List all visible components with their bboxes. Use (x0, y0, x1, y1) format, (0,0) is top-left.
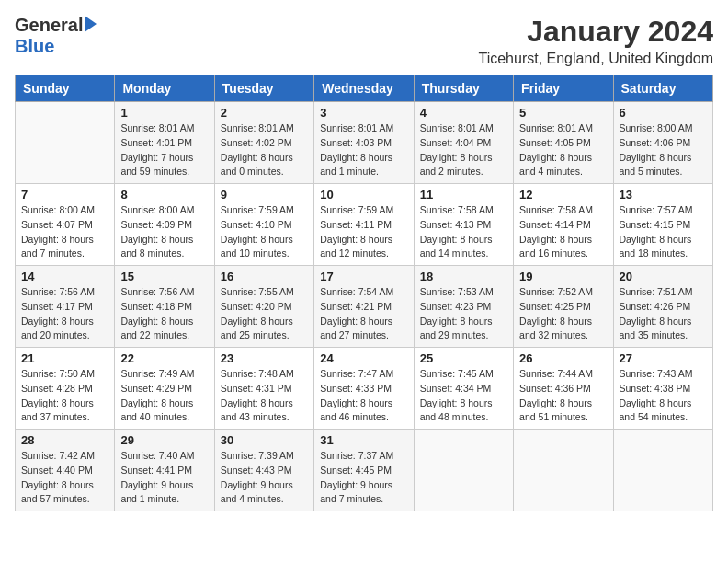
table-row: 30Sunrise: 7:39 AMSunset: 4:43 PMDayligh… (214, 430, 313, 511)
calendar-table: Sunday Monday Tuesday Wednesday Thursday… (15, 75, 713, 511)
day-info: Sunrise: 7:59 AMSunset: 4:10 PMDaylight:… (221, 203, 308, 261)
table-row: 9Sunrise: 7:59 AMSunset: 4:10 PMDaylight… (214, 184, 313, 266)
table-row: 13Sunrise: 7:57 AMSunset: 4:15 PMDayligh… (613, 184, 712, 266)
table-row: 19Sunrise: 7:52 AMSunset: 4:25 PMDayligh… (514, 266, 613, 348)
day-info: Sunrise: 7:56 AMSunset: 4:17 PMDaylight:… (21, 285, 108, 343)
table-row: 11Sunrise: 7:58 AMSunset: 4:13 PMDayligh… (414, 184, 513, 266)
day-number: 30 (221, 433, 308, 447)
day-info: Sunrise: 7:40 AMSunset: 4:41 PMDaylight:… (120, 449, 208, 507)
day-info: Sunrise: 8:00 AMSunset: 4:09 PMDaylight:… (120, 203, 208, 261)
header-friday: Friday (514, 75, 613, 102)
table-row: 20Sunrise: 7:51 AMSunset: 4:26 PMDayligh… (613, 266, 712, 348)
table-row: 23Sunrise: 7:48 AMSunset: 4:31 PMDayligh… (214, 348, 313, 430)
table-row: 31Sunrise: 7:37 AMSunset: 4:45 PMDayligh… (314, 430, 414, 511)
day-number: 19 (519, 270, 607, 283)
day-info: Sunrise: 8:01 AMSunset: 4:03 PMDaylight:… (320, 121, 407, 179)
day-number: 29 (120, 433, 208, 447)
table-row: 10Sunrise: 7:59 AMSunset: 4:11 PMDayligh… (314, 184, 414, 266)
header-sunday: Sunday (16, 75, 115, 102)
logo-general-text: General (15, 15, 83, 36)
day-number: 31 (320, 433, 407, 447)
day-number: 16 (221, 270, 308, 283)
day-info: Sunrise: 8:00 AMSunset: 4:06 PMDaylight:… (620, 121, 707, 179)
logo-blue-text: Blue (15, 36, 54, 56)
day-info: Sunrise: 7:48 AMSunset: 4:31 PMDaylight:… (221, 367, 308, 425)
day-info: Sunrise: 7:59 AMSunset: 4:11 PMDaylight:… (320, 203, 407, 261)
day-number: 23 (221, 351, 308, 365)
day-info: Sunrise: 7:45 AMSunset: 4:34 PMDaylight:… (420, 367, 507, 425)
calendar-week-row: 14Sunrise: 7:56 AMSunset: 4:17 PMDayligh… (16, 266, 713, 348)
day-info: Sunrise: 7:55 AMSunset: 4:20 PMDaylight:… (221, 285, 308, 343)
header-thursday: Thursday (414, 75, 513, 102)
table-row: 29Sunrise: 7:40 AMSunset: 4:41 PMDayligh… (115, 430, 214, 511)
day-info: Sunrise: 7:37 AMSunset: 4:45 PMDaylight:… (320, 449, 407, 507)
day-info: Sunrise: 7:44 AMSunset: 4:36 PMDaylight:… (519, 367, 607, 425)
day-number: 18 (420, 270, 507, 283)
table-row (514, 430, 613, 511)
day-info: Sunrise: 7:52 AMSunset: 4:25 PMDaylight:… (519, 285, 607, 343)
day-info: Sunrise: 7:50 AMSunset: 4:28 PMDaylight:… (21, 367, 108, 425)
table-row: 17Sunrise: 7:54 AMSunset: 4:21 PMDayligh… (314, 266, 414, 348)
logo-arrow-icon (85, 16, 97, 32)
table-row: 27Sunrise: 7:43 AMSunset: 4:38 PMDayligh… (613, 348, 712, 430)
table-row: 8Sunrise: 8:00 AMSunset: 4:09 PMDaylight… (115, 184, 214, 266)
table-row (613, 430, 712, 511)
table-row: 18Sunrise: 7:53 AMSunset: 4:23 PMDayligh… (414, 266, 513, 348)
header-tuesday: Tuesday (214, 75, 313, 102)
day-number: 3 (320, 106, 407, 120)
table-row: 3Sunrise: 8:01 AMSunset: 4:03 PMDaylight… (314, 102, 414, 184)
day-info: Sunrise: 8:01 AMSunset: 4:05 PMDaylight:… (519, 121, 607, 179)
day-info: Sunrise: 7:54 AMSunset: 4:21 PMDaylight:… (320, 285, 407, 343)
day-number: 14 (21, 270, 108, 283)
header-monday: Monday (115, 75, 214, 102)
day-number: 21 (21, 351, 108, 365)
day-number: 6 (620, 106, 707, 120)
day-info: Sunrise: 8:01 AMSunset: 4:04 PMDaylight:… (420, 121, 507, 179)
day-number: 9 (221, 188, 308, 201)
table-row: 15Sunrise: 7:56 AMSunset: 4:18 PMDayligh… (115, 266, 214, 348)
table-row (16, 102, 115, 184)
day-number: 25 (420, 351, 507, 365)
day-number: 15 (120, 270, 208, 283)
location-title: Ticehurst, England, United Kingdom (478, 51, 713, 67)
day-number: 12 (519, 188, 607, 201)
day-info: Sunrise: 7:53 AMSunset: 4:23 PMDaylight:… (420, 285, 507, 343)
table-row: 28Sunrise: 7:42 AMSunset: 4:40 PMDayligh… (16, 430, 115, 511)
day-number: 28 (21, 433, 108, 447)
day-number: 26 (519, 351, 607, 365)
day-number: 5 (519, 106, 607, 120)
day-info: Sunrise: 7:51 AMSunset: 4:26 PMDaylight:… (620, 285, 707, 343)
day-info: Sunrise: 7:47 AMSunset: 4:33 PMDaylight:… (320, 367, 407, 425)
calendar-header-row: Sunday Monday Tuesday Wednesday Thursday… (16, 75, 713, 102)
table-row: 7Sunrise: 8:00 AMSunset: 4:07 PMDaylight… (16, 184, 115, 266)
day-info: Sunrise: 7:57 AMSunset: 4:15 PMDaylight:… (620, 203, 707, 261)
day-number: 13 (620, 188, 707, 201)
table-row: 4Sunrise: 8:01 AMSunset: 4:04 PMDaylight… (414, 102, 513, 184)
day-number: 27 (620, 351, 707, 365)
day-number: 8 (120, 188, 208, 201)
day-number: 17 (320, 270, 407, 283)
header-saturday: Saturday (613, 75, 712, 102)
table-row: 26Sunrise: 7:44 AMSunset: 4:36 PMDayligh… (514, 348, 613, 430)
day-number: 1 (120, 106, 208, 120)
table-row: 25Sunrise: 7:45 AMSunset: 4:34 PMDayligh… (414, 348, 513, 430)
day-info: Sunrise: 8:00 AMSunset: 4:07 PMDaylight:… (21, 203, 108, 261)
month-title: January 2024 (478, 15, 713, 49)
day-number: 4 (420, 106, 507, 120)
day-number: 7 (21, 188, 108, 201)
day-number: 11 (420, 188, 507, 201)
table-row: 1Sunrise: 8:01 AMSunset: 4:01 PMDaylight… (115, 102, 214, 184)
day-info: Sunrise: 7:56 AMSunset: 4:18 PMDaylight:… (120, 285, 208, 343)
day-number: 22 (120, 351, 208, 365)
calendar-week-row: 1Sunrise: 8:01 AMSunset: 4:01 PMDaylight… (16, 102, 713, 184)
day-info: Sunrise: 8:01 AMSunset: 4:02 PMDaylight:… (221, 121, 308, 179)
table-row: 24Sunrise: 7:47 AMSunset: 4:33 PMDayligh… (314, 348, 414, 430)
day-info: Sunrise: 7:43 AMSunset: 4:38 PMDaylight:… (620, 367, 707, 425)
logo: General Blue (15, 15, 97, 57)
page-header: General Blue January 2024 Ticehurst, Eng… (15, 15, 713, 67)
day-info: Sunrise: 7:39 AMSunset: 4:43 PMDaylight:… (221, 449, 308, 507)
day-info: Sunrise: 8:01 AMSunset: 4:01 PMDaylight:… (120, 121, 208, 179)
day-number: 10 (320, 188, 407, 201)
day-info: Sunrise: 7:42 AMSunset: 4:40 PMDaylight:… (21, 449, 108, 507)
day-info: Sunrise: 7:58 AMSunset: 4:13 PMDaylight:… (420, 203, 507, 261)
